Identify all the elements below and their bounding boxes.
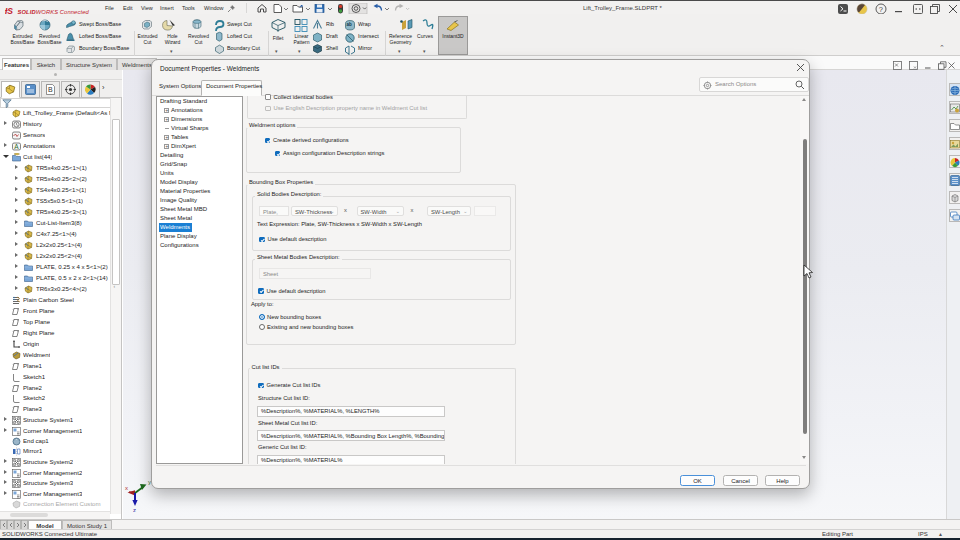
svg-text:ab: ab <box>347 22 353 27</box>
svg-text:A: A <box>14 143 19 150</box>
svg-text:z: z <box>133 507 136 513</box>
svg-text:?: ? <box>879 4 883 13</box>
svg-text:x: x <box>125 485 128 491</box>
svg-text:B: B <box>48 86 53 93</box>
